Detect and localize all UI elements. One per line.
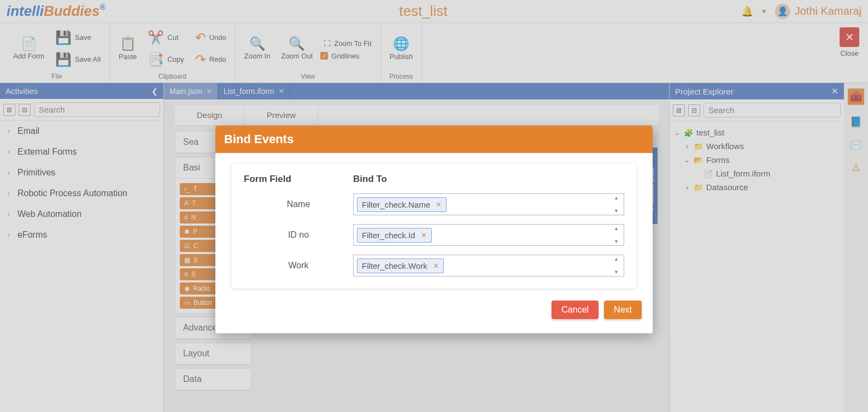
caret-down-icon[interactable]: ▼ [614,208,623,214]
bind-row: Work Filter_check.Work✕ ▲▼ [244,255,624,276]
bind-row: ID no Filter_check.Id✕ ▲▼ [244,224,624,246]
dialog-body: Form Field Bind To Name Filter_check.Nam… [215,164,653,333]
spinner-buttons[interactable]: ▲▼ [614,226,623,244]
remove-token-icon[interactable]: ✕ [436,201,442,209]
col-form-field: Form Field [244,174,353,185]
next-button[interactable]: Next [604,301,642,319]
bind-input[interactable]: Filter_check.Work✕ ▲▼ [353,255,624,276]
modal-overlay: Bind Events Form Field Bind To Name Filt… [0,0,868,412]
caret-up-icon[interactable]: ▲ [614,256,623,262]
bind-header-row: Form Field Bind To [244,174,624,185]
field-label: Work [244,261,353,270]
field-label: Name [244,199,353,209]
bind-input[interactable]: Filter_check.Id✕ ▲▼ [353,224,624,246]
caret-down-icon[interactable]: ▼ [614,239,623,244]
remove-token-icon[interactable]: ✕ [433,262,439,270]
bind-token[interactable]: Filter_check.Work✕ [357,258,444,273]
dialog-title: Bind Events [215,126,653,153]
spinner-buttons[interactable]: ▲▼ [614,195,623,214]
col-bind-to: Bind To [353,174,387,185]
bind-input[interactable]: Filter_check.Name✕ ▲▼ [353,193,624,215]
caret-down-icon[interactable]: ▼ [614,269,623,275]
bind-events-dialog: Bind Events Form Field Bind To Name Filt… [215,126,653,333]
remove-token-icon[interactable]: ✕ [421,231,427,239]
field-label: ID no [244,230,353,240]
bind-card: Form Field Bind To Name Filter_check.Nam… [232,164,636,289]
spinner-buttons[interactable]: ▲▼ [614,256,623,275]
caret-up-icon[interactable]: ▲ [614,195,623,201]
cancel-button[interactable]: Cancel [552,301,599,319]
bind-token[interactable]: Filter_check.Name✕ [357,197,447,212]
caret-up-icon[interactable]: ▲ [614,226,623,231]
bind-token[interactable]: Filter_check.Id✕ [357,228,432,243]
dialog-footer: Cancel Next [215,296,653,327]
bind-row: Name Filter_check.Name✕ ▲▼ [244,193,624,215]
